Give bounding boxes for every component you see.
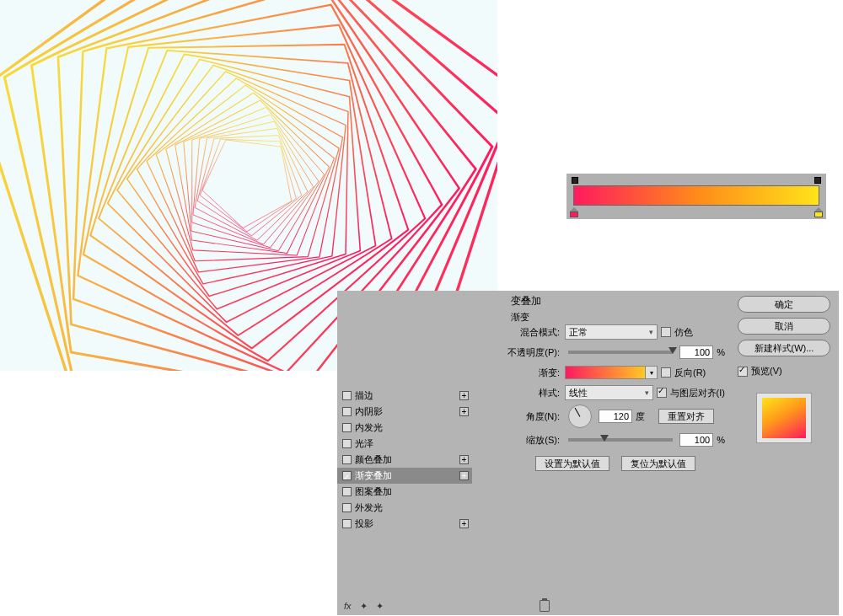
gradient-preview-bar[interactable] [573, 185, 819, 206]
chevron-down-icon: ▾ [649, 328, 653, 336]
effect-label: 投影 [355, 516, 373, 532]
dither-checkbox[interactable] [661, 327, 671, 337]
chevron-down-icon: ▾ [645, 367, 657, 378]
effect-label: 图案叠加 [355, 484, 392, 500]
reverse-label: 反向(R) [674, 367, 706, 379]
effect-row-1[interactable]: 内阴影+ [337, 404, 472, 420]
effect-row-5[interactable]: 渐变叠加+ [337, 468, 472, 484]
add-effect-icon[interactable]: + [459, 407, 469, 416]
preview-swatch [756, 393, 812, 443]
blend-mode-value: 正常 [569, 326, 588, 339]
add-effect-icon[interactable]: + [459, 391, 469, 400]
effect-checkbox[interactable] [342, 439, 352, 448]
svg-marker-23 [195, 125, 310, 242]
angle-suffix: 度 [636, 410, 645, 423]
effect-row-6[interactable]: 图案叠加 [337, 484, 472, 500]
effect-checkbox[interactable] [342, 503, 352, 512]
section-title: 变叠加 [511, 294, 541, 308]
effect-checkbox[interactable] [342, 455, 352, 464]
scale-label: 缩放(S): [506, 434, 561, 447]
move-up-icon[interactable]: ✦ [360, 601, 368, 612]
scale-value[interactable]: 100 [679, 433, 713, 447]
svg-marker-21 [192, 120, 315, 246]
align-checkbox[interactable] [657, 388, 667, 398]
color-stop-left[interactable] [570, 207, 578, 217]
effect-label: 外发光 [355, 500, 383, 516]
angle-value[interactable]: 120 [599, 410, 632, 423]
effect-row-7[interactable]: 外发光 [337, 500, 472, 516]
effect-row-2[interactable]: 内发光 [337, 420, 472, 436]
svg-marker-12 [117, 33, 400, 319]
chevron-down-icon: ▾ [645, 388, 649, 397]
add-effect-icon[interactable]: + [459, 519, 469, 528]
new-style-button[interactable]: 新建样式(W)... [738, 340, 830, 356]
effect-checkbox[interactable] [342, 423, 352, 432]
dither-label: 仿色 [674, 326, 693, 339]
opacity-suffix: % [717, 347, 725, 357]
add-effect-icon[interactable]: + [459, 471, 469, 480]
effect-checkbox[interactable] [342, 519, 352, 528]
preview-label: 预览(V) [751, 365, 782, 378]
effect-label: 描边 [355, 388, 373, 404]
style-value: 线性 [569, 387, 588, 399]
effects-list: 描边+内阴影+内发光光泽颜色叠加+渐变叠加+图案叠加外发光投影+ [337, 388, 472, 597]
effect-label: 内发光 [355, 420, 383, 436]
svg-marker-14 [144, 62, 370, 293]
reset-align-button[interactable]: 重置对齐 [658, 409, 714, 424]
layer-style-dialog: 变叠加 渐变 描边+内阴影+内发光光泽颜色叠加+渐变叠加+图案叠加外发光投影+ … [337, 291, 839, 615]
angle-label: 角度(N): [506, 410, 561, 423]
scale-suffix: % [717, 435, 725, 445]
add-effect-icon[interactable]: + [459, 455, 469, 464]
svg-marker-15 [158, 77, 356, 281]
opacity-stop-right[interactable] [814, 177, 821, 184]
effect-label: 颜色叠加 [355, 452, 392, 468]
align-label: 与图层对齐(I) [670, 387, 725, 399]
gradient-label: 渐变: [506, 367, 561, 379]
color-stop-right[interactable] [814, 207, 823, 217]
angle-dial[interactable] [568, 404, 592, 428]
reset-default-button[interactable]: 复位为默认值 [621, 456, 695, 471]
effect-checkbox[interactable] [342, 391, 352, 400]
effect-label: 光泽 [355, 436, 373, 452]
svg-marker-17 [181, 103, 330, 259]
effect-checkbox[interactable] [342, 407, 352, 416]
fx-menu-icon[interactable]: fx [344, 601, 352, 611]
gradient-overlay-form: 混合模式: 正常▾ 仿色 不透明度(P): 100 % 渐变: ▾ 反向(R) … [506, 323, 725, 474]
effects-footer: fx ✦ ✦ [337, 597, 556, 615]
opacity-stop-left[interactable] [572, 177, 578, 184]
opacity-label: 不透明度(P): [506, 346, 561, 359]
cancel-button[interactable]: 取消 [738, 318, 830, 335]
opacity-value[interactable]: 100 [679, 345, 713, 359]
dialog-right-column: 确定 取消 新建样式(W)... 预览(V) [738, 296, 830, 443]
effect-row-4[interactable]: 颜色叠加+ [337, 452, 472, 468]
blend-mode-select[interactable]: 正常▾ [565, 324, 658, 340]
style-label: 样式: [506, 387, 561, 399]
effect-label: 渐变叠加 [355, 468, 392, 484]
preview-checkbox[interactable] [738, 367, 748, 377]
effect-row-0[interactable]: 描边+ [337, 388, 472, 404]
effect-checkbox[interactable] [342, 471, 352, 480]
effect-label: 内阴影 [355, 404, 383, 420]
scale-slider[interactable] [568, 438, 673, 442]
opacity-slider[interactable] [568, 351, 673, 354]
blend-mode-label: 混合模式: [506, 326, 561, 339]
effect-row-3[interactable]: 光泽 [337, 436, 472, 452]
style-select[interactable]: 线性▾ [565, 385, 653, 400]
effect-checkbox[interactable] [342, 487, 352, 496]
ok-button[interactable]: 确定 [738, 296, 830, 313]
move-down-icon[interactable]: ✦ [376, 601, 384, 612]
gradient-swatch[interactable]: ▾ [565, 366, 658, 379]
set-default-button[interactable]: 设置为默认值 [535, 456, 609, 471]
section-subtitle: 渐变 [511, 311, 529, 324]
reverse-checkbox[interactable] [661, 367, 671, 378]
gradient-editor[interactable] [566, 174, 826, 219]
effect-row-8[interactable]: 投影+ [337, 516, 472, 532]
trash-icon[interactable] [540, 600, 550, 612]
